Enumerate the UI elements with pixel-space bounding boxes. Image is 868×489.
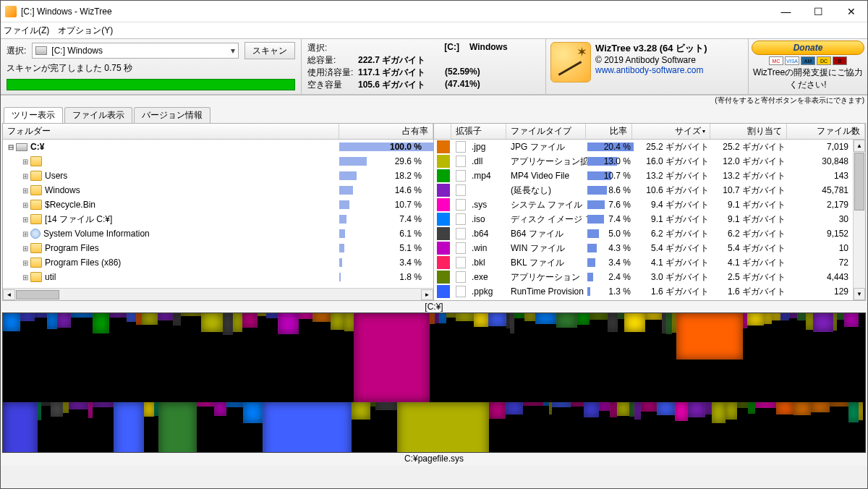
treemap-rect[interactable]	[456, 313, 474, 321]
tree-row[interactable]: ⊞Users18.2 %	[3, 169, 433, 183]
treemap-rect[interactable]	[41, 402, 51, 406]
treemap-rect[interactable]	[474, 313, 488, 327]
treemap-rect[interactable]	[51, 402, 63, 417]
treemap-rect[interactable]	[299, 313, 313, 319]
tree-row[interactable]: ⊞ 29.6 %	[3, 154, 433, 169]
treemap-rect[interactable]	[488, 313, 506, 326]
donate-button[interactable]: Donate	[752, 41, 864, 55]
treemap-rect[interactable]	[312, 313, 331, 322]
tab-file[interactable]: ファイル表示	[64, 107, 132, 123]
treemap-rect[interactable]	[446, 313, 456, 318]
treemap-rect[interactable]	[618, 313, 624, 319]
ext-col-extension[interactable]: 拡張子	[451, 124, 506, 139]
menu-file[interactable]: ファイル(Z)	[4, 25, 49, 37]
treemap-rect[interactable]	[617, 402, 629, 416]
website-link[interactable]: www.antibody-software.com	[595, 65, 744, 75]
treemap-rect[interactable]	[848, 402, 859, 422]
treemap-rect[interactable]	[226, 402, 243, 407]
treemap-rect[interactable]	[624, 313, 645, 332]
treemap-rect[interactable]	[506, 402, 523, 414]
treemap-rect[interactable]	[142, 313, 158, 325]
treemap-rect[interactable]	[263, 402, 352, 453]
treemap-rect[interactable]	[584, 402, 599, 417]
minimize-button[interactable]: —	[770, 1, 802, 22]
treemap-rect[interactable]	[675, 402, 688, 420]
treemap-rect[interactable]	[430, 313, 435, 324]
ext-col-type[interactable]: ファイルタイプ	[506, 124, 586, 139]
close-button[interactable]: ✕	[835, 1, 867, 22]
treemap-rect[interactable]	[657, 402, 675, 414]
treemap-rect[interactable]	[354, 313, 430, 402]
treemap-rect[interactable]	[523, 402, 543, 405]
ext-v-scrollbar[interactable]: ▲▼	[853, 140, 865, 300]
treemap-rect[interactable]	[370, 402, 375, 407]
treemap-rect[interactable]	[524, 313, 535, 321]
tab-tree[interactable]: ツリー表示	[4, 107, 63, 123]
treemap-rect[interactable]	[47, 313, 57, 329]
treemap[interactable]	[2, 312, 866, 453]
treemap-rect[interactable]	[201, 313, 222, 332]
treemap-rect[interactable]	[344, 313, 354, 331]
treemap-rect[interactable]	[772, 313, 780, 320]
treemap-rect[interactable]	[629, 402, 634, 416]
treemap-rect[interactable]	[676, 313, 743, 360]
treemap-rect[interactable]	[813, 313, 833, 332]
treemap-rect[interactable]	[634, 402, 641, 420]
treemap-rect[interactable]	[737, 402, 748, 407]
ext-col-percent[interactable]: 比率	[586, 124, 632, 139]
treemap-rect[interactable]	[610, 402, 617, 417]
treemap-rect[interactable]	[806, 313, 813, 330]
treemap-rect[interactable]	[780, 313, 789, 320]
treemap-rect[interactable]	[214, 402, 226, 416]
tree-col-folder[interactable]: フォルダー	[3, 124, 339, 139]
treemap-rect[interactable]	[397, 402, 489, 453]
treemap-rect[interactable]	[439, 313, 446, 323]
treemap-rect[interactable]	[645, 313, 662, 320]
tree-col-percent[interactable]: 占有率	[339, 124, 433, 139]
ext-col-alloc[interactable]: 割り当て	[710, 124, 787, 139]
treemap-rect[interactable]	[35, 313, 47, 318]
ext-row[interactable]: .jpgJPG ファイル20.4 %25.2 ギガバイト25.2 ギガバイト7,…	[434, 140, 853, 154]
maximize-button[interactable]: ☐	[802, 1, 835, 22]
expander-icon[interactable]: ⊞	[20, 216, 30, 224]
ext-row[interactable]: .mp4MP4 Video File10.7 %13.2 ギガバイト13.2 ギ…	[434, 169, 853, 183]
treemap-rect[interactable]	[489, 402, 506, 418]
treemap-rect[interactable]	[173, 313, 181, 326]
treemap-rect[interactable]	[233, 313, 242, 332]
treemap-rect[interactable]	[608, 313, 618, 332]
treemap-rect[interactable]	[57, 313, 71, 328]
ext-row[interactable]: .sysシステム ファイル7.6 %9.4 ギガバイト9.1 ギガバイト2,17…	[434, 197, 853, 212]
treemap-rect[interactable]	[577, 313, 590, 325]
treemap-rect[interactable]	[278, 313, 299, 334]
treemap-rect[interactable]	[844, 313, 859, 327]
treemap-rect[interactable]	[114, 402, 144, 453]
treemap-rect[interactable]	[243, 402, 263, 422]
treemap-rect[interactable]	[71, 313, 93, 318]
ext-row[interactable]: .b64B64 ファイル5.0 %6.2 ギガバイト6.2 ギガバイト9,152	[434, 226, 853, 241]
expander-icon[interactable]: ⊞	[20, 259, 30, 267]
tab-version[interactable]: バージョン情報	[134, 107, 210, 123]
treemap-rect[interactable]	[797, 313, 806, 320]
ext-col-count[interactable]: ファイル数	[787, 124, 865, 139]
expander-icon[interactable]: ⊞	[20, 273, 30, 281]
treemap-rect[interactable]	[144, 402, 154, 417]
treemap-rect[interactable]	[3, 313, 20, 331]
menu-options[interactable]: オプション(Y)	[58, 25, 113, 37]
treemap-rect[interactable]	[242, 313, 258, 328]
tree-row[interactable]: ⊞util1.8 %	[3, 270, 433, 284]
treemap-rect[interactable]	[666, 313, 672, 334]
tree-row[interactable]: ⊞System Volume Information6.1 %	[3, 226, 433, 241]
treemap-rect[interactable]	[543, 402, 549, 405]
treemap-rect[interactable]	[776, 402, 793, 414]
tree-row[interactable]: ⊞Windows14.6 %	[3, 183, 433, 197]
treemap-rect[interactable]	[688, 402, 705, 417]
treemap-rect[interactable]	[764, 313, 772, 324]
tree-row[interactable]: ⊞$Recycle.Bin10.7 %	[3, 197, 433, 212]
treemap-rect[interactable]	[535, 313, 556, 324]
scan-button[interactable]: スキャン	[244, 42, 295, 59]
expander-icon[interactable]: ⊟	[6, 143, 16, 151]
treemap-rect[interactable]	[859, 402, 863, 420]
ext-row[interactable]: .winWIN ファイル4.3 %5.4 ギガバイト5.4 ギガバイト10	[434, 241, 853, 255]
treemap-rect[interactable]	[69, 402, 88, 409]
ext-row[interactable]: .dllアプリケーション拡張13.0 %16.0 ギガバイト12.0 ギガバイト…	[434, 154, 853, 169]
